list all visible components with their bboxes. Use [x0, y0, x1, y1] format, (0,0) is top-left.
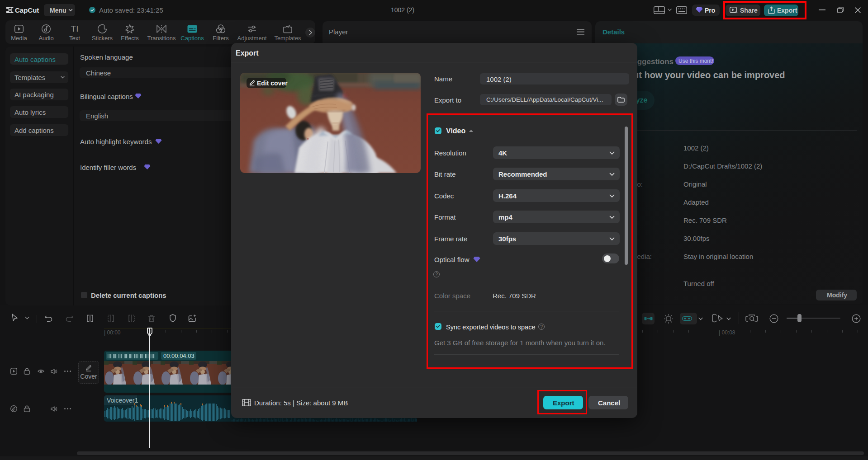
svg-text:TI: TI	[71, 24, 79, 33]
